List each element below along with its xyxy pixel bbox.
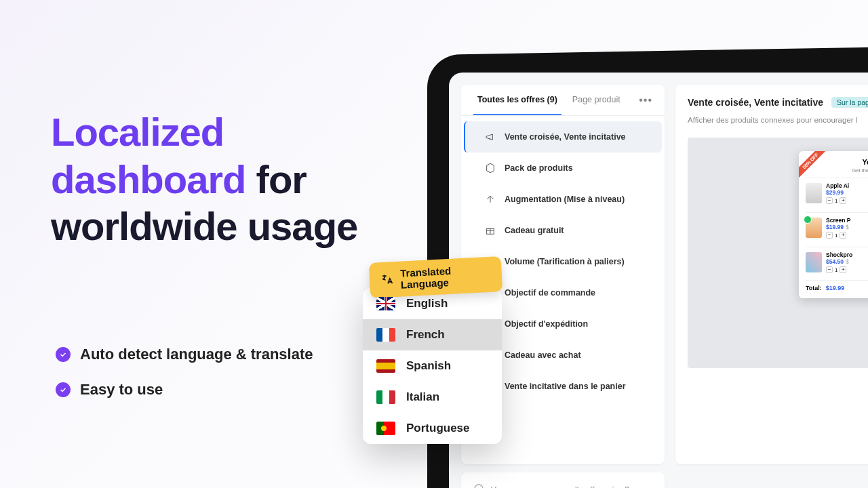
tab-all-offers[interactable]: Toutes les offres (9) [473,85,561,115]
offer-label: Vente incitative dans le panier [505,382,626,391]
flag-it-icon [376,390,395,404]
language-name: Spanish [406,359,451,373]
language-option-es[interactable]: Spanish [363,350,502,382]
detail-subtitle: Afficher des produits connexes pour enco… [688,116,868,124]
megaphone-icon [484,131,496,143]
language-name: French [406,328,445,342]
qty-plus[interactable]: + [840,266,846,273]
language-popup: Translated Language EnglishFrenchSpanish… [363,288,502,444]
language-option-fr[interactable]: French [363,319,502,350]
qty-minus[interactable]: − [826,197,833,204]
flag-fr-icon [376,328,395,342]
product-name: Shockpro [826,251,852,258]
product-thumb [806,183,822,203]
check-icon [56,382,71,397]
offer-label: Cadeau avec achat [505,350,581,360]
product-price: $54.50$ [826,258,852,265]
translated-badge-text: Translated Language [400,263,492,291]
preview-item: Apple Ai $29.99 −1+ [806,178,868,208]
qty-minus[interactable]: − [826,232,833,239]
feature-list: Auto detect language & translate Easy to… [56,346,313,416]
gift-icon [484,224,496,237]
hero-title: Localized dashboard for worldwide usage [51,108,363,250]
tabs: Toutes les offres (9) Page produit ••• [461,85,665,116]
language-option-pt[interactable]: Portuguese [363,413,502,444]
offer-label: Vente croisée, Vente incitative [505,132,626,142]
svg-point-6 [475,485,483,488]
detail-tag: Sur la page p [831,97,868,108]
product-thumb [806,252,822,272]
total-label: Total: [806,285,822,291]
translated-badge: Translated Language [369,256,502,298]
language-name: English [406,297,448,310]
discount-ribbon: 50% OFF [799,151,829,181]
qty-plus[interactable]: + [840,232,846,239]
preview-item: Screen P $19.99$ −1+ [806,212,868,243]
translate-icon [380,272,395,287]
tab-more-icon[interactable]: ••• [639,94,652,106]
language-name: Portuguese [406,422,470,435]
preview-item: Shockpro $54.50$ −1+ [806,247,868,277]
qty-minus[interactable]: − [826,266,833,273]
flag-pt-icon [376,422,395,435]
product-thumb [806,218,822,238]
feature-item: Auto detect language & translate [56,346,313,363]
offer-label: Pack de produits [505,163,573,173]
language-option-it[interactable]: Italian [363,382,502,413]
offer-label: Augmentation (Mise à niveau) [505,195,625,204]
product-price: $19.99$ [826,224,850,230]
tablet-screen: Toutes les offres (9) Page produit ••• V… [449,73,868,488]
check-icon [56,347,71,362]
qty-stepper[interactable]: −1+ [826,197,849,204]
offer-cross-sell[interactable]: Vente croisée, Vente incitative [464,121,662,152]
offer-gift[interactable]: Cadeau gratuit [464,215,662,246]
info-icon [473,483,484,488]
flag-es-icon [376,359,395,373]
feature-text: Easy to use [80,381,163,399]
preview-total: Total: $19.99 [806,280,868,291]
offer-upgrade[interactable]: Augmentation (Mise à niveau) [464,184,662,215]
box-icon [484,162,496,174]
hint-text: Vous ne savez pas quelle offre créer ? [491,485,629,488]
detail-title: Vente croisée, Vente incitative [688,97,823,108]
offer-label: Cadeau gratuit [505,226,564,235]
qty-stepper[interactable]: −1+ [826,232,850,239]
product-name: Apple Ai [826,182,849,189]
offer-bundle[interactable]: Pack de produits [464,152,662,184]
flag-en-icon [376,297,395,310]
product-name: Screen P [826,217,850,224]
offer-label: Objectif d'expédition [505,319,588,329]
tab-product-page[interactable]: Page produit [568,85,625,115]
detail-title-row: Vente croisée, Vente incitative Sur la p… [688,97,868,108]
upgrade-icon [484,193,496,205]
language-name: Italian [406,390,439,404]
preview-card: 50% OFF Yo Get the most Apple Ai $29.99 … [799,151,868,298]
offer-label: Volume (Tarification à paliers) [505,257,625,266]
hero-title-accent: Localized dashboard [51,110,246,201]
qty-stepper[interactable]: −1+ [826,266,852,273]
preview-area: 50% OFF Yo Get the most Apple Ai $29.99 … [688,138,868,368]
detail-panel: Vente croisée, Vente incitative Sur la p… [675,85,868,464]
hint-box: Vous ne savez pas quelle offre créer ? [461,472,665,488]
offer-label: Objectif de commande [505,288,595,298]
qty-plus[interactable]: + [840,197,846,204]
product-price: $29.99 [826,189,849,196]
total-value: $19.99 [826,285,845,291]
feature-text: Auto detect language & translate [80,346,313,363]
feature-item: Easy to use [56,381,313,399]
